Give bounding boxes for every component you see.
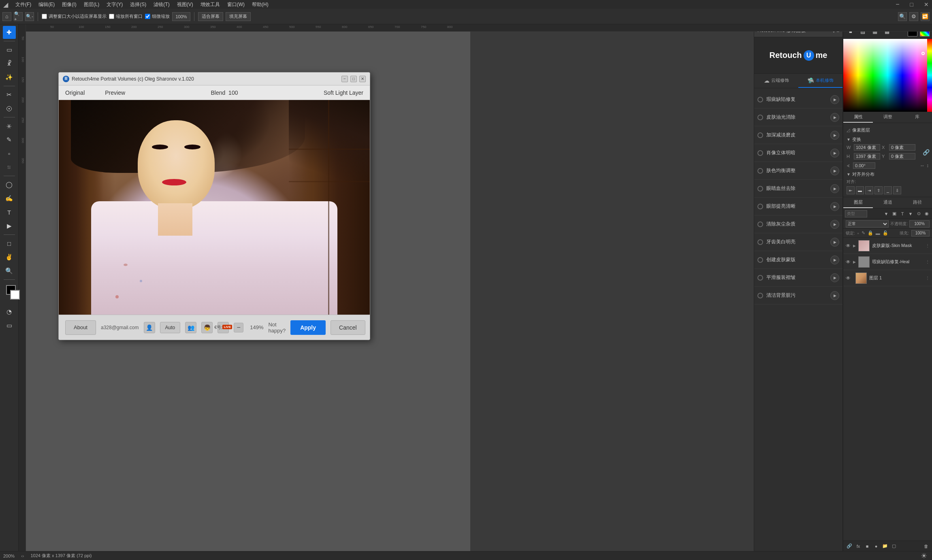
new-group-icon[interactable]: 📁 [881, 543, 889, 550]
retouch-radio-2[interactable] [757, 132, 763, 138]
retouch-play-7[interactable]: ▶ [830, 220, 839, 229]
filter-pixel-icon[interactable]: ▣ [891, 210, 898, 217]
gradient-tool[interactable]: ◾ [3, 161, 16, 174]
hand-tool[interactable]: ✌ [3, 251, 16, 264]
layer-arrow-1[interactable]: ▶ [853, 260, 856, 264]
layer-item-0[interactable]: 👁 ▶ 皮肤蒙版-Skin Mask ⋮ [843, 238, 932, 254]
person-icon-1[interactable]: 👥 [185, 322, 196, 333]
hue-bar[interactable] [927, 39, 932, 112]
screen-mode-tool[interactable]: ▭ [3, 319, 16, 332]
zoom-tool[interactable]: 🔍 [3, 264, 16, 277]
layer-options-1[interactable]: ⋮ [926, 260, 930, 264]
rectangle-tool[interactable]: □ [3, 237, 16, 250]
lock-transparent-icon[interactable]: ▫ [857, 231, 859, 236]
delete-layer-icon[interactable]: 🗑 [922, 543, 930, 550]
zoom-all-checkbox[interactable] [109, 14, 114, 19]
retouch-item-7[interactable]: 清除灰尘杂质 ▶ [754, 215, 842, 233]
retouch-item-6[interactable]: 眼部提亮清晰 ▶ [754, 198, 842, 215]
retouch-play-1[interactable]: ▶ [830, 113, 839, 122]
retouch-radio-8[interactable] [757, 239, 763, 245]
retouch-radio-5[interactable] [757, 186, 763, 192]
retouch-radio-3[interactable] [757, 150, 763, 156]
share-icon[interactable]: 🔁 [921, 12, 930, 21]
align-left-btn[interactable]: ⇤ [847, 186, 855, 194]
retouch-radio-9[interactable] [757, 257, 763, 263]
new-layer-icon[interactable]: ▢ [890, 543, 898, 550]
new-adjustment-icon[interactable]: ● [872, 543, 880, 550]
zoom-out-icon[interactable]: 🔍- [25, 12, 34, 21]
dialog-minimize-btn[interactable]: − [341, 76, 348, 82]
marquee-tool[interactable]: ▭ [3, 43, 16, 56]
retouch-radio-4[interactable] [757, 168, 763, 174]
filter-type-icon[interactable]: ▼ [883, 210, 890, 217]
retouch-play-11[interactable]: ▶ [830, 291, 839, 300]
opacity-input[interactable] [909, 220, 930, 228]
color-picker-cursor[interactable] [921, 52, 925, 55]
eyedropper-tool[interactable]: 🖸 [3, 102, 16, 115]
filter-smart-icon[interactable]: ⊙ [915, 210, 922, 217]
menu-plugins[interactable]: 增效工具 [200, 1, 220, 8]
micro-zoom-checkbox[interactable] [145, 14, 150, 19]
layer-eye-0[interactable]: 👁 [846, 243, 851, 249]
align-collapse-icon[interactable]: ▼ [847, 172, 851, 177]
height-input[interactable] [854, 153, 880, 160]
transform-collapse-icon[interactable]: ▼ [847, 137, 851, 142]
original-label[interactable]: Original [65, 89, 85, 96]
fx-icon[interactable]: fx [855, 543, 862, 550]
retouch-play-5[interactable]: ▶ [830, 184, 839, 193]
retouch-radio-6[interactable] [757, 204, 763, 209]
adjust-window-checkbox[interactable] [42, 14, 47, 19]
ps-tab-adjust[interactable]: 调整 [873, 112, 902, 123]
align-center-h-btn[interactable]: ▬ [856, 186, 864, 194]
retouch-play-0[interactable]: ▶ [830, 95, 839, 104]
retouch-item-10[interactable]: 平滑服装褶皱 ▶ [754, 269, 842, 287]
menu-text[interactable]: 文字(Y) [107, 1, 123, 8]
lock-pixel-icon[interactable]: ✎ [862, 230, 865, 236]
layer-options-0[interactable]: ⋮ [926, 243, 930, 248]
width-input[interactable] [854, 144, 880, 151]
zoom-percent-input[interactable] [172, 12, 190, 21]
ps-tab-lib[interactable]: 库 [902, 112, 932, 123]
retouch-play-2[interactable]: ▶ [830, 131, 839, 140]
layer-item-1[interactable]: 👁 ▶ 瑕疵缺陷修复-Heal ⋮ [843, 254, 932, 270]
retouch-play-10[interactable]: ▶ [830, 273, 839, 282]
filter-adj-icon[interactable]: T [899, 210, 906, 217]
filter-toggle-icon[interactable]: ◉ [923, 210, 930, 217]
dialog-maximize-btn[interactable]: □ [350, 76, 357, 82]
close-ps[interactable]: ✕ [924, 1, 929, 8]
retouch-item-0[interactable]: 瑕疵缺陷修复 ▶ [754, 91, 842, 109]
retouch-item-2[interactable]: 加深减淡磨皮 ▶ [754, 126, 842, 144]
menu-layer[interactable]: 图层(L) [84, 1, 100, 8]
minus-button[interactable]: − [234, 323, 243, 332]
lock-all-icon[interactable]: 🔓 [883, 230, 888, 236]
angle-input[interactable] [853, 162, 875, 169]
paths-tab[interactable]: 路径 [902, 197, 932, 208]
ps-logo[interactable]: ◢ [3, 1, 8, 9]
retouch-play-6[interactable]: ▶ [830, 202, 839, 211]
retouch-radio-11[interactable] [757, 293, 763, 298]
menu-file[interactable]: 文件(F) [15, 1, 31, 8]
apply-button[interactable]: Apply [290, 320, 326, 335]
retouch-play-8[interactable]: ▶ [830, 238, 839, 247]
preview-label[interactable]: Preview [105, 89, 125, 96]
quick-mask-tool[interactable]: ◔ [3, 305, 16, 318]
fill-input[interactable] [911, 230, 930, 236]
brush-tool[interactable]: ✎ [3, 133, 16, 146]
magic-wand-tool[interactable]: ✨ [3, 71, 16, 84]
blend-mode-select[interactable]: 正常 [846, 220, 889, 228]
retouch-item-3[interactable]: 肖像立体明暗 ▶ [754, 144, 842, 162]
user-icon[interactable]: 👤 [144, 322, 155, 333]
retouch-item-1[interactable]: 皮肤油光消除 ▶ [754, 109, 842, 126]
lock-artboard-icon[interactable]: ▬ [876, 231, 880, 236]
blend-value[interactable]: 100 [228, 89, 238, 96]
menu-select[interactable]: 选择(S) [130, 1, 146, 8]
text-tool[interactable]: T [3, 206, 16, 219]
settings-icon[interactable]: ⚙ [909, 12, 918, 21]
wifi-live-icon[interactable]: €号; LIVE [218, 322, 229, 333]
retouch-radio-1[interactable] [757, 115, 763, 120]
flip-v-icon[interactable]: ↕ [926, 163, 929, 168]
retouch-item-9[interactable]: 创建皮肤蒙版 ▶ [754, 251, 842, 269]
menu-filter[interactable]: 滤镜(T) [154, 1, 169, 8]
crop-tool[interactable]: ✂ [3, 88, 16, 101]
retouch-play-9[interactable]: ▶ [830, 256, 839, 264]
